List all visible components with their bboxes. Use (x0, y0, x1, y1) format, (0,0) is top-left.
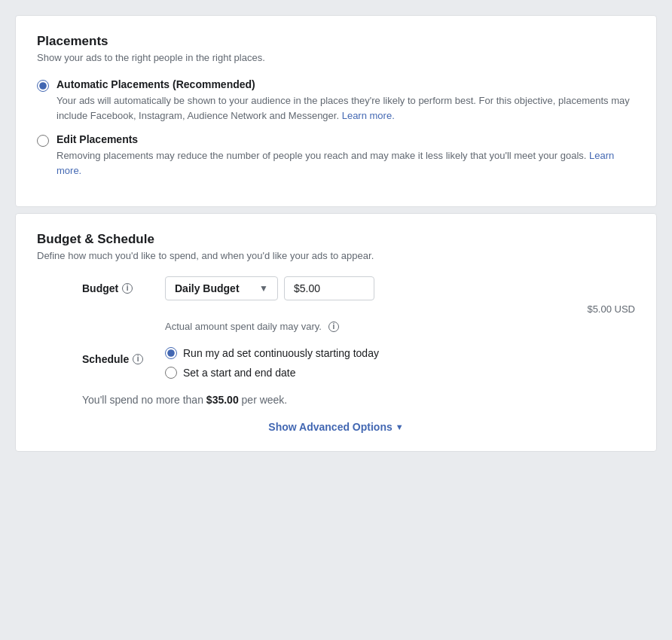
budget-schedule-card: Budget & Schedule Define how much you'd … (15, 213, 657, 452)
budget-note: Actual amount spent daily may vary. i (165, 321, 635, 332)
chevron-down-icon: ▼ (396, 422, 404, 431)
budget-info-icon[interactable]: i (122, 283, 133, 294)
spend-amount: $35.00 (206, 394, 239, 406)
show-advanced-options[interactable]: Show Advanced Options ▼ (37, 421, 635, 433)
automatic-placements-radio[interactable] (37, 80, 49, 92)
budget-note-info-icon[interactable]: i (328, 322, 339, 332)
schedule-continuous-radio[interactable] (165, 347, 177, 359)
edit-placements-option[interactable]: Edit Placements Removing placements may … (37, 133, 635, 178)
dropdown-arrow-icon: ▼ (259, 283, 268, 294)
budget-type-value: Daily Budget (175, 282, 240, 294)
automatic-placements-learn-more[interactable]: Learn more. (342, 110, 395, 121)
schedule-row: Schedule i Run my ad set continuously st… (37, 347, 635, 379)
show-advanced-label: Show Advanced Options (268, 421, 392, 433)
budget-input-row: Daily Budget ▼ (165, 276, 635, 300)
automatic-placements-description: Your ads will automatically be shown to … (57, 93, 635, 123)
schedule-option-continuous[interactable]: Run my ad set continuously starting toda… (165, 347, 379, 359)
spend-note-suffix: per week. (242, 394, 288, 406)
budget-label: Budget (82, 282, 118, 294)
schedule-label-container: Schedule i (82, 347, 165, 365)
schedule-label: Schedule (82, 353, 129, 365)
budget-controls: Daily Budget ▼ $5.00 USD Actual amount s… (165, 276, 635, 332)
budget-schedule-title: Budget & Schedule (37, 232, 635, 247)
schedule-dates-label[interactable]: Set a start and end date (183, 367, 295, 379)
budget-label-container: Budget i (82, 276, 165, 294)
schedule-info-icon[interactable]: i (133, 354, 143, 364)
placements-card: Placements Show your ads to the right pe… (15, 15, 657, 207)
schedule-options: Run my ad set continuously starting toda… (165, 347, 379, 379)
budget-row: Budget i Daily Budget ▼ $5.00 USD Actual… (37, 276, 635, 332)
automatic-placements-label[interactable]: Automatic Placements (Recommended) (57, 78, 255, 90)
schedule-dates-radio[interactable] (165, 367, 177, 379)
placements-title: Placements (37, 34, 635, 49)
edit-placements-label[interactable]: Edit Placements (57, 133, 138, 145)
budget-usd-label: $5.00 USD (284, 303, 635, 315)
edit-placements-description: Removing placements may reduce the numbe… (57, 148, 635, 178)
budget-type-dropdown[interactable]: Daily Budget ▼ (165, 276, 278, 300)
schedule-continuous-label[interactable]: Run my ad set continuously starting toda… (183, 347, 379, 359)
automatic-placements-option[interactable]: Automatic Placements (Recommended) Your … (37, 78, 635, 123)
schedule-option-dates[interactable]: Set a start and end date (165, 367, 379, 379)
spend-note: You'll spend no more than $35.00 per wee… (37, 394, 635, 406)
placements-subtitle: Show your ads to the right people in the… (37, 52, 635, 63)
budget-amount-input[interactable] (284, 276, 374, 300)
edit-placements-radio[interactable] (37, 135, 49, 147)
budget-schedule-subtitle: Define how much you'd like to spend, and… (37, 250, 635, 261)
spend-note-prefix: You'll spend no more than (82, 394, 203, 406)
